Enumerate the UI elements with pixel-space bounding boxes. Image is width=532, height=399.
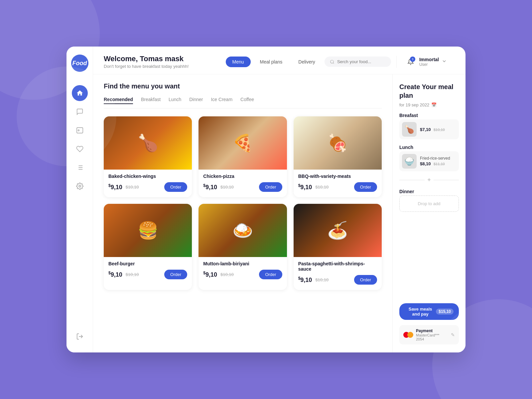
food-old-price-4: $10,10 — [220, 272, 234, 277]
food-img-placeholder-0: 🍗 — [104, 116, 192, 170]
food-img-placeholder-2: 🍖 — [294, 116, 382, 170]
user-info: Immortal User — [419, 57, 439, 67]
food-name-2: BBQ-with-variety-meats — [298, 174, 377, 179]
sidebar-item-settings[interactable] — [72, 178, 88, 194]
food-card-3: 🍔 Beef-burger $9,10 $10,10 Order — [104, 204, 192, 290]
user-area: 3 Immortal User — [396, 56, 455, 68]
drop-to-add[interactable]: Drop to add — [399, 196, 459, 212]
food-card-img-0: 🍗 — [104, 116, 192, 170]
order-button-0[interactable]: Order — [164, 182, 187, 192]
notification-badge: 3 — [410, 57, 415, 62]
food-card-info-3: Beef-burger $9,10 $10,10 Order — [104, 257, 192, 279]
breakfast-thumb: 🍗 — [402, 122, 417, 137]
food-card-5: 🍝 Pasta-spaghetti-with-shrimps-sauce $9,… — [294, 204, 382, 290]
food-old-price-2: $10,10 — [315, 185, 329, 190]
meal-plan-date: for 19 sep 2022 📅 — [399, 102, 459, 107]
meal-plans-nav-button[interactable]: Meal plans — [253, 57, 289, 67]
food-card-0: 🍗 Baked-chicken-wings $9,10 $10,10 Order — [104, 116, 192, 197]
content-area: Find the menu you want Recomended Breakf… — [93, 74, 466, 352]
food-card-2: 🍖 BBQ-with-variety-meats $9,10 $10,10 Or… — [294, 116, 382, 197]
lunch-price: $8,10 — [420, 161, 431, 166]
meal-plan-title: Create Your meal plan — [399, 82, 459, 100]
food-card-info-5: Pasta-spaghetti-with-shrimps-sauce $9,10… — [294, 257, 382, 285]
food-price-0: $9,10 — [108, 183, 122, 191]
food-img-placeholder-1: 🍕 — [199, 116, 287, 170]
order-button-3[interactable]: Order — [164, 270, 187, 279]
food-img-placeholder-3: 🍔 — [104, 204, 192, 257]
food-card-info-0: Baked-chicken-wings $9,10 $10,10 Order — [104, 170, 192, 192]
main-content: Welcome, Tomas mask Don't forget to have… — [93, 47, 466, 352]
order-button-4[interactable]: Order — [259, 270, 282, 279]
delivery-nav-button[interactable]: Delivery — [292, 57, 322, 67]
menu-nav-button[interactable]: Menu — [226, 57, 251, 67]
search-input[interactable] — [337, 59, 384, 64]
order-button-2[interactable]: Order — [354, 182, 377, 192]
breakfast-price-area: $7,10 $10,10 — [420, 126, 445, 132]
search-bar — [325, 57, 391, 67]
lunch-name: Fried-rice-served — [420, 156, 450, 161]
food-old-price-1: $10,10 — [220, 185, 234, 190]
food-price-row-0: $9,10 $10,10 Order — [108, 182, 187, 192]
menu-section: Find the menu you want Recomended Breakf… — [93, 74, 392, 352]
breakfast-section: Breafast 🍗 $7,10 $10,10 — [399, 113, 459, 139]
lunch-thumb: 🍚 — [402, 154, 417, 169]
dinner-label: Dinner — [399, 189, 459, 194]
food-card-img-1: 🍕 — [199, 116, 287, 170]
dinner-section: Dinner Drop to add — [399, 189, 459, 212]
filter-tab-dinner[interactable]: Dinner — [189, 97, 203, 104]
notification-button[interactable]: 3 — [405, 56, 417, 68]
breakfast-item: 🍗 $7,10 $10,10 — [399, 119, 459, 139]
food-old-price-0: $10,10 — [126, 185, 139, 190]
food-old-price-5: $10,10 — [315, 277, 329, 282]
filter-tabs: Recomended Breakfast Lunch Dinner Ice Cr… — [104, 97, 382, 108]
food-price-row-2: $9,10 $10,10 Order — [298, 182, 377, 192]
food-card-info-1: Chicken-pizza $9,10 $10,10 Order — [199, 170, 287, 192]
filter-tab-coffee[interactable]: Coffee — [240, 97, 254, 104]
user-name: Immortal — [419, 57, 439, 62]
svg-point-8 — [79, 185, 81, 187]
food-name-3: Beef-burger — [108, 261, 187, 266]
food-card-img-2: 🍖 — [294, 116, 382, 170]
header-nav: Menu Meal plans Delivery — [226, 57, 391, 67]
food-card-1: 🍕 Chicken-pizza $9,10 $10,10 Order — [199, 116, 287, 197]
food-card-img-3: 🍔 — [104, 204, 192, 257]
food-price-row-1: $9,10 $10,10 Order — [203, 182, 282, 192]
food-old-price-3: $10,10 — [126, 272, 139, 277]
svg-point-10 — [331, 60, 333, 63]
calendar-icon: 📅 — [431, 102, 437, 107]
food-name-5: Pasta-spaghetti-with-shrimps-sauce — [298, 261, 377, 272]
order-button-1[interactable]: Order — [259, 182, 282, 192]
food-name-4: Mutton-lamb-biriyani — [203, 261, 282, 266]
meal-plan-date-text: for 19 sep 2022 — [399, 102, 429, 107]
food-price-row-5: $9,10 $10,10 Order — [298, 275, 377, 285]
meal-plan-panel: Create Your meal plan for 19 sep 2022 📅 … — [392, 74, 466, 352]
user-dropdown-button[interactable] — [442, 59, 447, 65]
food-grid: 🍗 Baked-chicken-wings $9,10 $10,10 Order — [104, 116, 382, 290]
mastercard-icon — [403, 332, 413, 338]
lunch-item: 🍚 Fried-rice-served $8,10 $11,10 — [399, 151, 459, 171]
filter-tab-ice-cream[interactable]: Ice Cream — [211, 97, 232, 104]
food-price-5: $9,10 — [298, 276, 312, 284]
save-label: Save meals and pay — [405, 307, 436, 317]
header-title-area: Welcome, Tomas mask Don't forget to have… — [104, 55, 220, 69]
breakfast-old-price: $10,10 — [434, 128, 445, 132]
food-price-4: $9,10 — [203, 271, 217, 278]
food-card-4: 🍛 Mutton-lamb-biriyani $9,10 $10,10 Orde… — [199, 204, 287, 290]
meal-divider: + — [399, 177, 459, 184]
save-meals-button[interactable]: Save meals and pay $15,10 — [399, 303, 459, 320]
food-card-img-5: 🍝 — [294, 204, 382, 257]
food-img-placeholder-4: 🍛 — [199, 204, 287, 257]
lunch-old-price: $11,10 — [434, 162, 445, 166]
mc-orange-circle — [407, 332, 413, 338]
food-card-info-4: Mutton-lamb-biriyani $9,10 $10,10 Order — [199, 257, 287, 279]
breakfast-label: Breafast — [399, 113, 459, 118]
food-name-1: Chicken-pizza — [203, 174, 282, 179]
filter-tab-lunch[interactable]: Lunch — [169, 97, 181, 104]
order-button-5[interactable]: Order — [354, 275, 377, 285]
sidebar-logout[interactable] — [72, 329, 88, 344]
food-price-row-4: $9,10 $10,10 Order — [203, 270, 282, 279]
search-icon — [330, 60, 334, 64]
filter-tab-breakfast[interactable]: Breakfast — [141, 97, 161, 104]
lunch-label: Lunch — [399, 145, 459, 150]
plus-icon: + — [427, 177, 431, 184]
